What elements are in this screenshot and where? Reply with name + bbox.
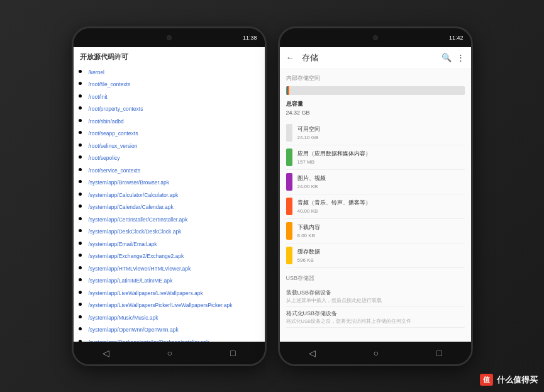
total-label: 总容量 — [286, 100, 465, 108]
open-source-title: 开放源代码许可 — [80, 52, 258, 62]
storage-bar — [286, 86, 465, 95]
storage-item-value: 24.00 KB — [297, 184, 465, 189]
storage-item[interactable]: 应用（应用数据和媒体内容）157 MB — [286, 145, 465, 170]
storage-color-swatch — [286, 198, 292, 215]
list-item: /root/selinux_version — [89, 139, 258, 150]
link-item[interactable]: /root/sepolicy — [89, 155, 120, 161]
recent-nav-left[interactable]: □ — [230, 348, 235, 358]
storage-color-swatch — [286, 173, 292, 191]
storage-color-swatch — [286, 247, 292, 264]
scene: 11:38 开放源代码许可 /kernel/root/file_contexts… — [0, 0, 544, 392]
link-item[interactable]: /root/selinux_version — [89, 143, 138, 149]
link-item[interactable]: /system/app/Email/Email.apk — [89, 241, 157, 247]
right-phone-screen: ← 存储 🔍 ⋮ 内部存储空间 总容量 — [280, 47, 471, 342]
link-item[interactable]: /root/seapp_contexts — [89, 130, 138, 137]
link-item[interactable]: /system/app/Calendar/Calendar.apk — [89, 204, 174, 210]
list-item: /system/app/OpenWnn/OpenWnn.apk — [89, 323, 258, 334]
internal-storage-label: 内部存储空间 — [286, 74, 465, 82]
more-icon[interactable]: ⋮ — [457, 53, 465, 62]
usb-item[interactable]: 格式化USB存储设备格式化USB设备之后，您将无法访问其上存储的任何文件 — [286, 307, 465, 328]
link-item[interactable]: /root/service_contexts — [89, 167, 141, 174]
storage-item[interactable]: 图片、视频24.00 KB — [286, 170, 465, 194]
storage-item-info: 图片、视频24.00 KB — [297, 174, 465, 189]
storage-items: 可用空间24.10 GB应用（应用数据和媒体内容）157 MB图片、视频24.0… — [286, 121, 465, 268]
list-item: /root/file_contexts — [89, 77, 258, 89]
storage-item-value: 596 KB — [297, 257, 465, 263]
usb-item-title: 格式化USB存储设备 — [286, 310, 465, 318]
bar-free — [289, 86, 464, 95]
list-item: /system/app/Calendar/Calendar.apk — [89, 200, 258, 211]
list-item: /root/property_contexts — [89, 102, 258, 113]
link-item[interactable]: /root/init — [89, 94, 108, 100]
list-item: /system/app/LatinIME/LatinIME.apk — [89, 274, 258, 285]
back-button[interactable]: ← — [286, 53, 294, 62]
list-item: /system/app/Calculator/Calculator.apk — [89, 188, 258, 199]
search-icon[interactable]: 🔍 — [441, 53, 452, 62]
storage-item[interactable]: 音频（音乐、铃声、播客等）40.00 KB — [286, 194, 465, 219]
link-item[interactable]: /root/sbin/adbd — [89, 118, 124, 125]
left-phone: 11:38 开放源代码许可 /kernel/root/file_contexts… — [72, 26, 267, 366]
storage-item-label: 可用空间 — [297, 125, 465, 133]
left-phone-time: 11:38 — [243, 35, 257, 41]
usb-items: 装载USB存储设备从上述菜单中插入，然后点按此处进行装载格式化USB存储设备格式… — [286, 286, 465, 328]
usb-item-subtitle: 格式化USB设备之后，您将无法访问其上存储的任何文件 — [286, 318, 465, 325]
link-item[interactable]: /system/app/Music/Music.apk — [89, 315, 158, 321]
storage-item-info: 音频（音乐、铃声、播客等）40.00 KB — [297, 199, 465, 214]
right-phone-top-bar: 11:42 — [280, 28, 471, 47]
list-item: /system/app/Email/Email.apk — [89, 237, 258, 249]
storage-color-swatch — [286, 222, 292, 240]
link-item[interactable]: /root/property_contexts — [89, 106, 143, 112]
list-item: /root/sbin/adbd — [89, 115, 258, 126]
left-phone-nav: ◁ ○ □ — [74, 342, 265, 364]
storage-color-swatch — [286, 148, 292, 166]
watermark: 值 什么值得买 — [480, 374, 538, 386]
storage-item[interactable]: 可用空间24.10 GB — [286, 121, 465, 145]
left-phone-top-bar: 11:38 — [74, 28, 265, 47]
left-phone-screen: 开放源代码许可 /kernel/root/file_contexts/root/… — [74, 47, 265, 342]
list-item: /system/app/LiveWallpapersPicker/LiveWal… — [89, 298, 258, 310]
right-phone: 11:42 ← 存储 🔍 ⋮ 内部存储空间 — [278, 26, 473, 366]
link-item[interactable]: /system/app/Exchange2/Exchange2.apk — [89, 253, 184, 259]
home-nav-right[interactable]: ○ — [374, 348, 379, 358]
back-nav-left[interactable]: ◁ — [103, 348, 109, 358]
right-phone-time: 11:42 — [449, 35, 464, 41]
home-nav-left[interactable]: ○ — [167, 348, 172, 358]
usb-item[interactable]: 装载USB存储设备从上述菜单中插入，然后点按此处进行装载 — [286, 286, 465, 307]
usb-item-subtitle: 从上述菜单中插入，然后点按此处进行装载 — [286, 298, 465, 304]
storage-item-value: 24.10 GB — [297, 135, 465, 140]
storage-item-label: 音频（音乐、铃声、播客等） — [297, 199, 465, 207]
link-item[interactable]: /system/app/HTMLViewer/HTMLViewer.apk — [89, 266, 191, 272]
list-item: /system/app/HTMLViewer/HTMLViewer.apk — [89, 262, 258, 273]
list-item: /root/sepolicy — [89, 151, 258, 162]
link-item[interactable]: /system/app/LiveWallpapersPicker/LiveWal… — [89, 302, 233, 308]
right-phone-nav: ◁ ○ □ — [280, 342, 471, 364]
list-item: /root/seapp_contexts — [89, 126, 258, 138]
usb-item-title: 装载USB存储设备 — [286, 289, 465, 297]
link-item[interactable]: /system/app/CertInstaller/CertInstaller.… — [89, 216, 188, 223]
link-item[interactable]: /system/app/Browser/Browser.apk — [89, 179, 170, 186]
link-item[interactable]: /kernel — [89, 69, 105, 76]
storage-item-info: 缓存数据596 KB — [297, 248, 465, 263]
storage-item-label: 图片、视频 — [297, 174, 465, 182]
link-item[interactable]: /system/app/DeskClock/DeskClock.apk — [89, 228, 182, 235]
link-item[interactable]: /system/app/Calculator/Calculator.apk — [89, 192, 179, 198]
link-item[interactable]: /root/file_contexts — [89, 81, 131, 87]
list-item: /system/app/Exchange2/Exchange2.apk — [89, 249, 258, 260]
list-item: /system/app/CertInstaller/CertInstaller.… — [89, 213, 258, 224]
link-list: /kernel/root/file_contexts/root/init/roo… — [80, 65, 258, 342]
back-nav-right[interactable]: ◁ — [309, 348, 316, 358]
storage-item-value: 40.00 KB — [297, 208, 465, 214]
recent-nav-right[interactable]: □ — [436, 348, 441, 358]
usb-label: USB存储器 — [286, 274, 465, 283]
storage-item-info: 可用空间24.10 GB — [297, 125, 465, 140]
storage-item[interactable]: 缓存数据596 KB — [286, 244, 465, 268]
link-item[interactable]: /system/app/LatinIME/LatinIME.apk — [89, 277, 173, 284]
list-item: /kernel — [89, 65, 258, 77]
storage-item[interactable]: 下载内容8.00 KB — [286, 219, 465, 244]
total-value: 24.32 GB — [286, 109, 465, 116]
list-item: /system/app/Browser/Browser.apk — [89, 176, 258, 187]
link-item[interactable]: /system/app/LiveWallpapers/LiveWallpaper… — [89, 290, 203, 296]
link-item[interactable]: /system/app/OpenWnn/OpenWnn.apk — [89, 327, 179, 333]
storage-item-label: 缓存数据 — [297, 248, 465, 256]
list-item: /system/app/Music/Music.apk — [89, 311, 258, 322]
